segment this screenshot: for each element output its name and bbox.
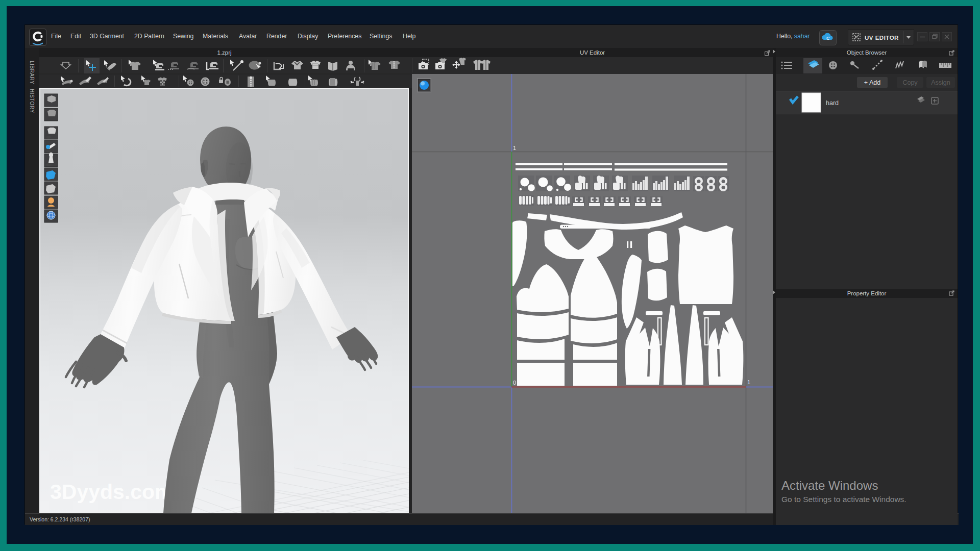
- svg-text:1: 1: [747, 379, 750, 385]
- svg-text:UV EDITOR: UV EDITOR: [865, 35, 899, 41]
- svg-text:1: 1: [513, 145, 516, 151]
- svg-text:Copy: Copy: [902, 79, 918, 86]
- svg-text:Assign: Assign: [931, 79, 950, 86]
- svg-text:C: C: [826, 36, 830, 41]
- svg-text:3Dyyds.com: 3Dyyds.com: [50, 480, 174, 504]
- svg-text:hard: hard: [826, 99, 839, 107]
- svg-text:+ Add: + Add: [864, 79, 880, 86]
- svg-text:0: 0: [513, 380, 516, 386]
